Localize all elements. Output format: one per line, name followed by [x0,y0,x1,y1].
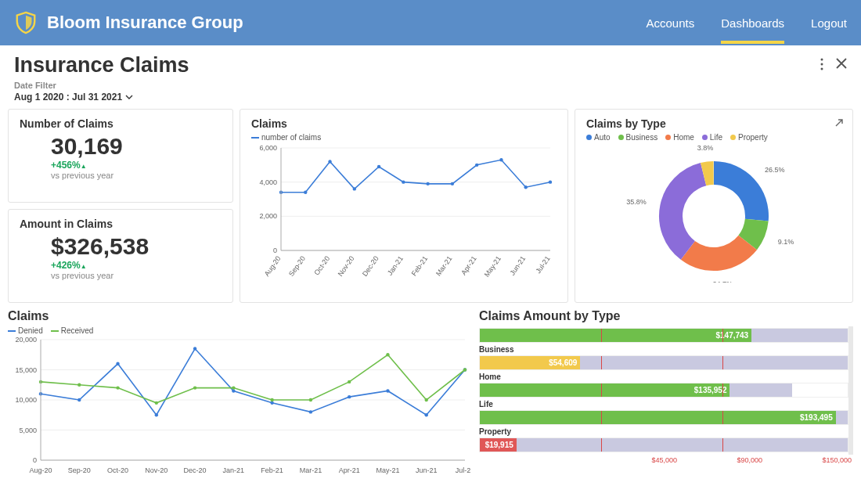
svg-text:Aug-20: Aug-20 [263,254,283,278]
svg-text:2,000: 2,000 [259,212,277,220]
svg-point-27 [377,165,380,168]
card-claims-two-series: Claims Denied Received 05,00010,00015,00… [8,309,471,480]
tick: $90,000 [737,456,763,464]
svg-text:Sep-20: Sep-20 [68,466,91,474]
svg-text:Dec-20: Dec-20 [184,466,207,474]
svg-point-32 [499,158,503,161]
legend: number of claims [251,133,557,142]
svg-text:0: 0 [33,456,37,464]
more-icon[interactable] [820,58,823,73]
expand-icon[interactable] [834,117,845,131]
row-label: Life [479,400,848,409]
legend-label: Property [738,133,768,142]
svg-point-87 [463,368,467,371]
svg-text:Apr-21: Apr-21 [459,254,478,276]
svg-point-0 [821,59,823,61]
brand-title: Bloom Insurance Group [47,13,243,33]
svg-text:6,000: 6,000 [259,144,277,152]
svg-text:24.7%: 24.7% [713,280,733,283]
svg-text:Apr-21: Apr-21 [339,466,360,474]
legend: Denied Received [8,326,471,335]
svg-text:26.5%: 26.5% [765,165,785,173]
svg-point-30 [451,182,454,185]
svg-text:Oct-20: Oct-20 [107,466,128,474]
svg-point-29 [426,182,429,185]
svg-text:Feb-21: Feb-21 [410,254,430,277]
nav-logout[interactable]: Logout [811,2,847,44]
card-title: Claims [8,309,471,323]
svg-point-65 [77,398,81,401]
legend-label: Business [626,133,658,142]
svg-point-83 [309,398,312,401]
svg-text:5,000: 5,000 [19,427,37,434]
svg-text:Mar-21: Mar-21 [300,466,322,474]
svg-point-78 [116,386,119,389]
row-label: Property [479,427,848,436]
card-claims-amount-by-type: Claims Amount by Type $147,743Business$5… [479,309,853,480]
stacked-bars[interactable]: $147,743Business$54,609Home$135,952Life$… [479,326,848,455]
svg-point-34 [549,180,552,183]
nav-accounts[interactable]: Accounts [647,2,695,44]
svg-text:Jul-21: Jul-21 [456,466,471,474]
svg-text:Dec-20: Dec-20 [361,254,380,278]
kpi-value: $326,538 [51,233,222,260]
scrollbar[interactable] [848,326,853,455]
legend-label: Denied [18,326,43,335]
tick: $150,000 [822,456,852,464]
stacked-row: $147,743 [479,328,848,343]
date-filter-value[interactable]: Aug 1 2020 : Jul 31 2021 [14,92,847,103]
svg-point-79 [155,401,158,405]
bar[interactable]: $135,952 [479,383,848,398]
kpi-amount-in-claims: Amount in Claims $326,538 +426%▲ vs prev… [8,209,233,303]
svg-text:Aug-20: Aug-20 [29,466,52,474]
svg-text:Mar-21: Mar-21 [434,254,454,277]
stacked-row: Property$19,915 [479,427,848,452]
svg-text:3.8%: 3.8% [697,146,714,152]
logo-icon [14,11,38,34]
svg-point-73 [386,389,389,392]
card-claims-line: Claims number of claims 02,0004,0006,000… [240,109,568,303]
card-title: Claims [251,117,557,130]
svg-text:Feb-21: Feb-21 [261,466,283,474]
kpi-title: Amount in Claims [20,218,222,230]
svg-text:Nov-20: Nov-20 [145,466,168,474]
stacked-row: Home$135,952 [479,373,848,398]
svg-point-1 [821,63,823,66]
bar[interactable]: $54,609 [479,355,848,370]
svg-point-85 [386,353,389,356]
svg-text:Nov-20: Nov-20 [337,254,356,278]
claims-two-line-chart[interactable]: 05,00010,00015,00020,000Aug-20Sep-20Oct-… [8,337,471,477]
bar[interactable]: $19,915 [479,437,848,452]
svg-text:35.8%: 35.8% [626,198,647,206]
svg-point-84 [348,380,351,383]
svg-text:Jun-21: Jun-21 [416,466,438,474]
svg-point-24 [304,191,307,194]
svg-point-66 [116,362,119,365]
svg-point-74 [425,413,428,416]
page-title: Insurance Claims [14,53,189,77]
svg-text:4,000: 4,000 [259,178,277,186]
kpi-number-of-claims: Number of Claims 30,169 +456%▲ vs previo… [8,109,233,203]
tick: $45,000 [652,456,678,464]
svg-text:May-21: May-21 [483,254,503,278]
svg-text:Jan-21: Jan-21 [223,466,245,474]
x-axis-ticks: $45,000 $90,000 $150,000 [479,456,853,464]
legend: AutoBusinessHomeLifeProperty [586,133,841,142]
svg-point-70 [270,401,273,405]
date-filter-text: Aug 1 2020 : Jul 31 2021 [14,92,122,103]
claims-line-chart[interactable]: 02,0004,0006,000Aug-20Sep-20Oct-20Nov-20… [251,143,557,288]
svg-point-80 [193,386,196,389]
svg-text:10,000: 10,000 [15,396,37,404]
chevron-down-icon [125,95,133,99]
top-nav: Accounts Dashboards Logout [647,2,847,44]
close-icon[interactable] [836,58,847,73]
donut-chart[interactable]: 26.5%9.1%24.7%35.8%3.8% [589,146,839,283]
legend-label: Life [710,133,722,142]
svg-point-31 [475,164,478,167]
nav-dashboards[interactable]: Dashboards [721,2,784,44]
bar[interactable]: $147,743 [479,328,848,343]
svg-text:May-21: May-21 [376,466,399,474]
kpi-delta: +456%▲ [51,160,222,171]
date-filter: Date Filter Aug 1 2020 : Jul 31 2021 [0,81,861,109]
bar[interactable]: $193,495 [479,410,848,425]
